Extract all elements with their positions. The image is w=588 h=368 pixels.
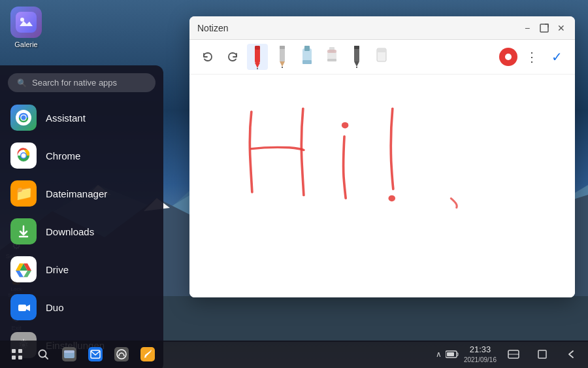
- time-display: 21:33: [464, 344, 497, 356]
- drive-label: Drive: [46, 264, 69, 275]
- battery-icon: [446, 350, 459, 358]
- svg-rect-40: [304, 46, 310, 51]
- check-button[interactable]: ✓: [546, 46, 567, 67]
- canvas-area[interactable]: [189, 75, 575, 297]
- undo-button[interactable]: [197, 46, 218, 67]
- app-launcher: 🔍 Search for native apps Assistant: [0, 65, 163, 368]
- dark-pen-tool[interactable]: [346, 44, 367, 70]
- app-item-chrome[interactable]: Chrome: [0, 137, 163, 175]
- date-display: 2021/09/16: [464, 356, 497, 364]
- notification-area-icon[interactable]: ∧: [436, 350, 442, 359]
- downloads-label: Downloads: [46, 226, 94, 237]
- downloads-icon: [10, 218, 37, 244]
- svg-rect-57: [18, 356, 22, 360]
- dateimanager-label: Dateimanager: [46, 188, 107, 199]
- svg-point-19: [22, 154, 26, 158]
- svg-rect-41: [302, 60, 312, 64]
- recents-button[interactable]: [531, 343, 554, 366]
- svg-point-53: [388, 195, 395, 201]
- search-placeholder: Search for native apps: [32, 78, 117, 88]
- back-button[interactable]: [559, 343, 583, 366]
- minimize-button[interactable]: −: [521, 22, 533, 34]
- notizen-window: Notizen − ✕: [189, 16, 575, 297]
- white-tool[interactable]: [371, 44, 392, 70]
- app-item-drive[interactable]: Drive: [0, 250, 163, 288]
- apps-grid-button[interactable]: [5, 343, 29, 366]
- taskbar-right: ∧ 21:33 2021/09/16: [436, 343, 583, 366]
- desktop: Galerie ⚙ Settings 🔒 Lock Screen ⬡ Exit …: [0, 0, 588, 368]
- svg-line-59: [45, 356, 48, 359]
- drawing-canvas: [189, 75, 575, 297]
- assistant-label: Assistant: [46, 112, 86, 124]
- taskbar-search-button[interactable]: [31, 343, 55, 366]
- app-item-duo[interactable]: Duo: [0, 288, 163, 326]
- svg-rect-33: [255, 46, 260, 50]
- taskbar-running-app[interactable]: [57, 343, 81, 366]
- taskbar-messages-icon[interactable]: [84, 343, 107, 366]
- svg-rect-45: [327, 50, 336, 53]
- svg-marker-32: [255, 63, 260, 68]
- chrome-label: Chrome: [46, 150, 80, 161]
- app-item-dateimanager[interactable]: 📁 Dateimanager: [0, 175, 163, 212]
- duo-icon: [10, 294, 37, 320]
- svg-rect-73: [538, 350, 546, 358]
- app-item-downloads[interactable]: Downloads: [0, 212, 163, 250]
- window-controls: − ✕: [521, 22, 567, 34]
- svg-rect-54: [12, 349, 16, 353]
- svg-rect-62: [64, 350, 74, 353]
- svg-marker-47: [354, 61, 359, 67]
- assistant-icon: [10, 105, 37, 131]
- svg-rect-24: [18, 305, 26, 311]
- more-options-button[interactable]: ⋮: [521, 46, 542, 67]
- record-button[interactable]: [499, 48, 517, 66]
- system-tray: ∧: [436, 350, 459, 359]
- close-button[interactable]: ✕: [555, 22, 567, 34]
- app-search-bar[interactable]: 🔍 Search for native apps: [8, 73, 155, 92]
- svg-rect-70: [447, 352, 454, 356]
- drive-icon: [10, 256, 37, 282]
- red-marker-tool[interactable]: [247, 44, 268, 70]
- svg-rect-55: [18, 349, 22, 353]
- svg-marker-36: [280, 61, 285, 67]
- window-toolbar: ⋮ ✓: [189, 40, 575, 75]
- app-item-assistant[interactable]: Assistant: [0, 99, 163, 137]
- svg-point-52: [342, 122, 349, 128]
- clock: 21:33 2021/09/16: [464, 344, 497, 364]
- svg-rect-56: [12, 356, 16, 360]
- taskbar: ∧ 21:33 2021/09/16: [0, 341, 588, 368]
- window-title: Notizen: [197, 23, 228, 33]
- svg-rect-38: [280, 46, 285, 49]
- highlighter-tool[interactable]: [297, 44, 318, 70]
- dateimanager-icon: 📁: [10, 180, 37, 207]
- svg-rect-49: [354, 46, 359, 49]
- taskbar-store-icon[interactable]: [110, 343, 133, 366]
- window-titlebar: Notizen − ✕: [189, 16, 575, 40]
- taskbar-left: [5, 343, 159, 366]
- notification-panel-button[interactable]: [502, 343, 525, 366]
- chrome-icon: [10, 142, 37, 169]
- record-indicator: [505, 54, 512, 60]
- redo-button[interactable]: [222, 46, 243, 67]
- taskbar-notes-icon[interactable]: [136, 343, 159, 366]
- svg-rect-43: [327, 59, 336, 61]
- svg-rect-30: [540, 24, 548, 32]
- search-icon: 🔍: [17, 78, 27, 88]
- svg-point-15: [22, 116, 26, 120]
- eraser-tool[interactable]: [321, 44, 342, 70]
- svg-rect-51: [377, 48, 386, 52]
- pen-tool[interactable]: [272, 44, 293, 70]
- maximize-button[interactable]: [538, 22, 550, 34]
- duo-label: Duo: [46, 302, 64, 313]
